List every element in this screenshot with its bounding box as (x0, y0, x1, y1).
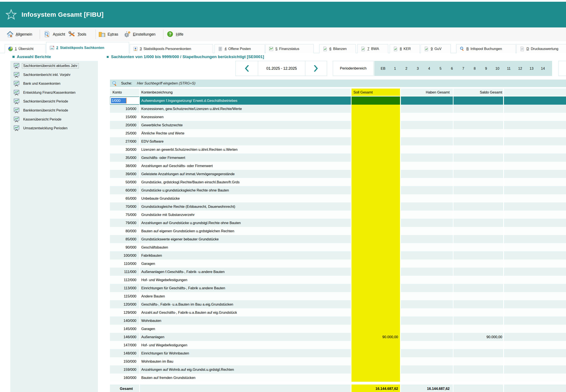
table-row-1-000[interactable]: 1/000Aufwendungen f.Ingangsetzung/ Erwei… (110, 97, 566, 105)
period-7[interactable]: 7 (458, 67, 469, 70)
sidebar-item-sachkontenübersicht-periode[interactable]: Sachkontenübersicht Periode (13, 97, 98, 106)
table-row-27-000[interactable]: 27/000EDV-Software (110, 137, 566, 145)
cell-konto: 129/000 (110, 308, 139, 317)
table-row-70-000[interactable]: 70/000Grundstücksgleiche Rechte (Erbbaur… (110, 202, 566, 210)
house-icon (6, 31, 14, 38)
period-12[interactable]: 12 (514, 67, 526, 70)
tab-B-infopool-buchungen[interactable]: BInfopool Buchungen (456, 44, 516, 53)
table-row-150-000[interactable]: 150/000Wohnbauten im Bau (110, 357, 566, 365)
table-row-147-000[interactable]: 147/000Hof- und Wegebefestigungen (110, 341, 566, 349)
table-row-65-000[interactable]: 65/000Unbebaute Grundstücke (110, 194, 566, 202)
tab-key: 9 (431, 47, 433, 51)
table-row-115-000[interactable]: 115/000Andere Bauten (110, 292, 566, 300)
period-1[interactable]: 1 (389, 67, 401, 70)
tab-1-übersicht[interactable]: 1Übersicht (5, 44, 45, 53)
sidebar-item-sachkontenübersicht-aktuelles-jahr[interactable]: Sachkontenübersicht aktuelles Jahr (13, 62, 98, 70)
menu-separator (163, 29, 164, 39)
period-range-display[interactable]: 01.2025 - 12.2025 (258, 61, 305, 76)
cell-saldo-gesamt (453, 105, 503, 113)
cell-soll-gesamt (352, 105, 400, 113)
tab-8-ker[interactable]: 8KER (390, 44, 420, 53)
tab-7-bwa[interactable]: 7BWA (357, 44, 388, 53)
tab-D-druckauswertung[interactable]: DDruckauswertung (516, 44, 566, 53)
table-row-129-000[interactable]: 129/000Anzahl.auf Geschäfts-, Fabrik-u.a… (110, 308, 566, 317)
cell-bezeichnung: Bauten auf fremden Grundstücken (140, 374, 351, 382)
table-row-140-000[interactable]: 140/000Wohnbauten (110, 317, 566, 325)
table-row-80-000[interactable]: 80/000Bauten auf eigenen Grundstücken u.… (110, 227, 566, 235)
tab-label: Finanzstatus (279, 47, 299, 51)
cell-soll-gesamt (352, 97, 400, 105)
table-row-113-000[interactable]: 113/000Einrichtungen für Geschäfts-, Fab… (110, 284, 566, 292)
period-13[interactable]: 13 (526, 67, 537, 70)
tab-5-finanzstatus[interactable]: 5Finanzstatus (265, 44, 314, 53)
table-row-85-000[interactable]: 85/000Grundstückswerte eigener bebauter … (110, 235, 566, 243)
table-row-111-000[interactable]: 111/000Außenanlagen f.Geschäfts-, Fabrik… (110, 268, 566, 276)
table-row-160-000[interactable]: 160/000Bauten auf fremden Grundstücken (110, 374, 566, 382)
period-8[interactable]: 8 (469, 67, 480, 70)
table-row-39-000[interactable]: 39/000Geleistete Anzahlungen auf immat.V… (110, 170, 566, 178)
menu-item-hilfe[interactable]: ?Hilfe (167, 28, 183, 41)
table-row-110-000[interactable]: 110/000Garagen (110, 259, 566, 268)
period-next-button[interactable] (305, 61, 327, 76)
period-5[interactable]: 5 (435, 67, 446, 70)
table-row-148-000[interactable]: 148/000Einrichtungen für Wohnbauten (110, 349, 566, 357)
tab-4-offene-posten[interactable]: 4Offene Posten (214, 44, 265, 53)
period-14[interactable]: 14 (537, 67, 549, 70)
period-11[interactable]: 11 (503, 67, 514, 70)
cell-extra (504, 235, 566, 243)
table-row-25-000[interactable]: 25/000Ähnliche Rechte und Werte (110, 129, 566, 137)
cell-konto: 110/000 (110, 259, 139, 268)
sidebar-item-umsatzentwicklung-perioden[interactable]: Umsatzentwicklung Perioden (13, 124, 98, 132)
cell-extra (504, 129, 566, 137)
menu-item-extras[interactable]: Extras (98, 28, 118, 41)
table-row-79-000[interactable]: 79/000Anzahlungen auf Grundstücke u.grun… (110, 219, 566, 227)
period-6[interactable]: 6 (446, 67, 458, 70)
periodenbereich-button[interactable]: Periodenbereich (333, 61, 374, 76)
menu-item-tools[interactable]: Tools (68, 28, 86, 41)
cell-saldo-gesamt (453, 243, 503, 251)
search-input[interactable]: Hier Suchbegriff eingeben (STRG+S) (137, 81, 195, 85)
table-row-112-000[interactable]: 112/000Hof- und Wegebefestigungen (110, 276, 566, 284)
period-4[interactable]: 4 (423, 67, 435, 70)
table-row-100-000[interactable]: 100/000Fabrikbauten (110, 251, 566, 259)
sidebar-item-bank-und-kassenkonten[interactable]: Bank und Kassenkonten (13, 80, 98, 88)
period-10[interactable]: 10 (492, 67, 503, 70)
table-row-30-000[interactable]: 30/000Lizenzen an gewerbl.Schutzrechten … (110, 145, 566, 154)
period-3[interactable]: 3 (412, 67, 423, 70)
cell-haben-gesamt (401, 308, 453, 317)
menu-item-allgemein[interactable]: Allgemein (6, 28, 32, 41)
period-prev-button[interactable] (235, 61, 258, 76)
corner-box[interactable] (558, 61, 566, 76)
sidebar-item-kassenübersicht-periode[interactable]: Kassenübersicht Periode (13, 115, 98, 124)
tab-3-statistikpools-personenkonten[interactable]: 3Statistikpools Personenkonten (130, 44, 213, 53)
period-2[interactable]: 2 (401, 67, 412, 70)
table-row-90-000[interactable]: 90/000Geschäftsbauten (110, 243, 566, 251)
table-row-15-000[interactable]: 15/000Konzessionen (110, 113, 566, 121)
cell-saldo-gesamt (453, 268, 503, 276)
period-9[interactable]: 9 (480, 67, 492, 70)
table-row-38-000[interactable]: 38/000Anzahlungen auf Geschäfts- oder Fi… (110, 162, 566, 170)
menu-item-einstellungen[interactable]: Einstellungen (124, 28, 155, 41)
sidebar-item-entwicklung-finanz-kassenkonten[interactable]: Entwicklung Finanz/Kassenkonten (13, 89, 98, 97)
table-row-159-000[interactable]: 159/000Anzahlungen auf Wohnb.auf eig.Gru… (110, 365, 566, 374)
tab-9-guv[interactable]: 9GuV (421, 44, 451, 53)
sidebar-item-bankkontenübersicht-periode[interactable]: Bankkontenübersicht Periode (13, 106, 98, 114)
table-row-146-000[interactable]: 146/000Außenanlagen90.000,0090.000,00 (110, 333, 566, 341)
table-row-145-000[interactable]: 145/000Garagen (110, 325, 566, 333)
menu-item-ansicht[interactable]: Ansicht (44, 28, 65, 41)
cell-extra (504, 374, 566, 382)
table-row-10-000[interactable]: 10/000Konzessionen, gew.Schutzrechte/Liz… (110, 105, 566, 113)
table-row-120-000[interactable]: 120/000Geschäfts-, Fabrik- u.a.Bauten im… (110, 300, 566, 308)
period-eb[interactable]: EB (377, 67, 389, 70)
table-row-20-000[interactable]: 20/000Gewerbliche Schutzrechte (110, 121, 566, 129)
table-row-75-000[interactable]: 75/000Grundstücke mit Substanzverzehr (110, 210, 566, 219)
cell-bezeichnung: Geleistete Anzahlungen auf immat.Vermöge… (140, 170, 351, 178)
search-bar[interactable]: Suche: Hier Suchbegriff eingeben (STRG+S… (110, 80, 566, 87)
table-row-35-000[interactable]: 35/000Geschäfts- oder Firmenwert (110, 154, 566, 162)
sidebar-item-sachkontenbericht-inkl-vorjahr[interactable]: Sachkontenbericht inkl. Vorjahr (13, 71, 98, 79)
table-row-60-000[interactable]: 60/000Grundstücke u.grundstücksgleiche R… (110, 186, 566, 194)
tab-2-statistikpools-sachkonten[interactable]: 2Statistikpools Sachkonten (46, 42, 129, 53)
konto-input[interactable]: 1/000 (110, 97, 139, 104)
tab-6-bilanzen[interactable]: 6Bilanzen (319, 44, 356, 53)
table-row-50-000[interactable]: 50/000Grundstücke, grdstcksgl.Rechte/Bau… (110, 178, 566, 186)
